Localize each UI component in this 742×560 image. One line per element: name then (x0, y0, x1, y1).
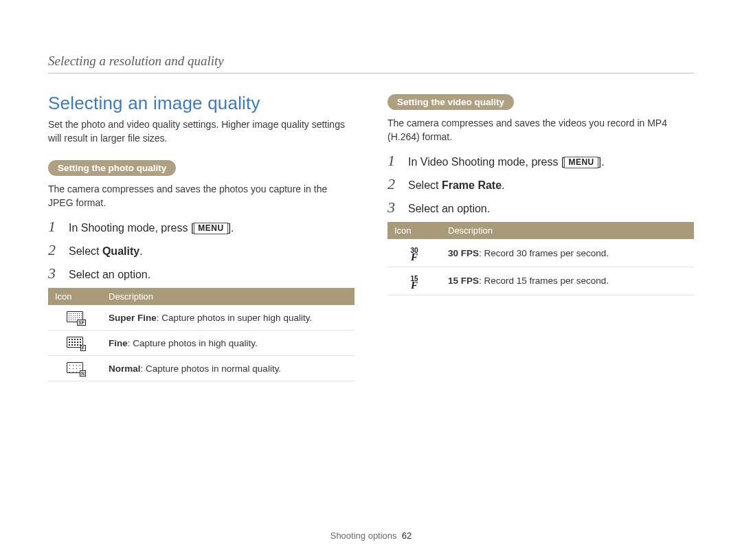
photo-quality-table: Icon Description SF Super Fine: Capture … (48, 288, 355, 381)
step-text: Select Frame Rate. (408, 179, 505, 192)
table-header-icon: Icon (387, 222, 441, 239)
row-desc: Fine: Capture photos in high quality. (102, 331, 355, 356)
step-text: In Shooting mode, press [MENU]. (69, 222, 234, 234)
fine-icon: F (67, 336, 83, 348)
video-step-1: 1 In Video Shooting mode, press [MENU]. (387, 152, 694, 170)
step-number: 2 (48, 241, 60, 259)
table-header-icon: Icon (48, 288, 102, 305)
step-text: Select an option. (408, 203, 490, 215)
photo-step-2: 2 Select Quality. (48, 241, 355, 259)
table-header-description: Description (441, 222, 694, 239)
row-bold: Super Fine (109, 313, 157, 323)
video-steps: 1 In Video Shooting mode, press [MENU]. … (387, 152, 694, 216)
page-footer: Shooting options 62 (0, 530, 742, 541)
table-row: N Normal: Capture photos in normal quali… (48, 356, 355, 381)
step-text-pre: In Video Shooting mode, press [ (408, 156, 564, 168)
content-columns: Selecting an image quality Set the photo… (48, 93, 694, 381)
menu-icon: MENU (564, 157, 598, 168)
row-desc: Super Fine: Capture photos in super high… (102, 305, 355, 331)
step-text-post: . (502, 179, 504, 191)
row-desc: 30 FPS: Record 30 frames per second. (441, 239, 694, 267)
step-text-pre: In Shooting mode, press [ (69, 222, 194, 234)
step-number: 3 (48, 265, 60, 282)
row-desc: Normal: Capture photos in normal quality… (102, 356, 355, 381)
fps-15-icon: 15F (406, 277, 423, 289)
row-bold: Fine (109, 338, 128, 348)
step-text-post: ]. (228, 222, 234, 234)
photo-step-3: 3 Select an option. (48, 265, 355, 282)
photo-step-1: 1 In Shooting mode, press [MENU]. (48, 218, 355, 236)
table-row: SF Super Fine: Capture photos in super h… (48, 305, 355, 331)
normal-icon: N (67, 361, 83, 374)
step-text-post: ]. (598, 156, 605, 168)
photo-steps: 1 In Shooting mode, press [MENU]. 2 Sele… (48, 218, 355, 282)
step-number: 1 (48, 218, 60, 236)
video-step-3: 3 Select an option. (387, 199, 694, 216)
photo-desc: The camera compresses and saves the phot… (48, 183, 355, 210)
super-fine-icon: SF (67, 311, 83, 323)
row-rest: : Capture photos in high quality. (128, 338, 258, 348)
row-rest: : Capture photos in normal quality. (141, 363, 282, 374)
table-row: F Fine: Capture photos in high quality. (48, 331, 355, 356)
step-text-bold: Frame Rate (442, 179, 502, 191)
step-text-bold: Quality (102, 245, 139, 257)
table-row: 15F 15 FPS: Record 15 frames per second. (387, 267, 694, 295)
footer-label: Shooting options (330, 530, 397, 541)
fps-30-icon: 30F (406, 249, 423, 261)
video-quality-table: Icon Description 30F 30 FPS: Record 30 f… (387, 222, 694, 295)
right-column: Setting the video quality The camera com… (387, 93, 694, 381)
row-rest: : Capture photos in super high quality. (157, 313, 312, 323)
left-column: Selecting an image quality Set the photo… (48, 93, 355, 381)
step-number: 2 (387, 175, 400, 193)
photo-quality-pill: Setting the photo quality (48, 160, 176, 176)
video-desc: The camera compresses and saves the vide… (387, 117, 694, 144)
step-text: Select an option. (69, 269, 150, 281)
step-text-post: . (139, 245, 142, 257)
video-quality-pill: Setting the video quality (387, 94, 514, 110)
row-rest: : Record 15 frames per second. (479, 276, 609, 286)
row-desc: 15 FPS: Record 15 frames per second. (441, 267, 694, 295)
step-text-pre: Select (408, 179, 442, 191)
table-header-description: Description (102, 288, 355, 305)
row-rest: : Record 30 frames per second. (479, 248, 609, 258)
breadcrumb: Selecting a resolution and quality (48, 54, 694, 74)
video-step-2: 2 Select Frame Rate. (387, 175, 694, 193)
page-number: 62 (402, 530, 412, 541)
row-bold: 30 FPS (448, 248, 479, 258)
table-row: 30F 30 FPS: Record 30 frames per second. (387, 239, 694, 267)
row-bold: 15 FPS (448, 276, 479, 286)
step-number: 1 (387, 152, 400, 170)
intro-text: Set the photo and video quality settings… (48, 118, 355, 145)
row-bold: Normal (109, 363, 141, 374)
step-number: 3 (387, 199, 400, 216)
step-text-pre: Select (69, 245, 102, 257)
menu-icon: MENU (194, 223, 227, 234)
step-text: In Video Shooting mode, press [MENU]. (408, 156, 605, 168)
section-title: Selecting an image quality (48, 93, 355, 114)
step-text: Select Quality. (69, 245, 143, 258)
